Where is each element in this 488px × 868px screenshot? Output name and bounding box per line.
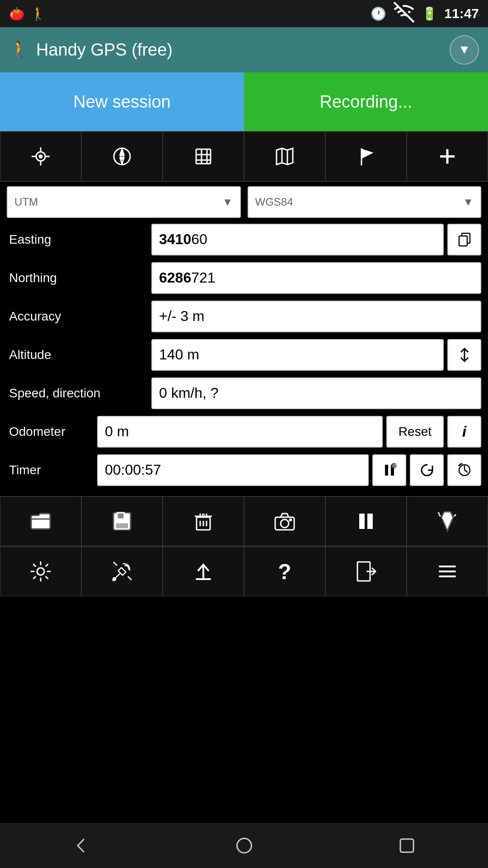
- icon-walk: 🚶: [30, 6, 46, 21]
- northing-value: 6286721: [151, 262, 481, 294]
- flag-button[interactable]: [325, 132, 407, 181]
- flashlight-button[interactable]: [407, 496, 488, 546]
- speed-direction-label: Speed, direction: [7, 386, 151, 401]
- easting-row: Easting 341060: [7, 222, 481, 256]
- svg-line-54: [113, 562, 117, 566]
- header-dropdown-button[interactable]: ▼: [450, 35, 479, 65]
- altitude-value: 140 m: [151, 339, 444, 371]
- coord-system-value: UTM: [14, 196, 38, 208]
- northing-bold-part: 6286: [159, 269, 191, 286]
- svg-line-55: [128, 576, 131, 580]
- easting-value: 341060: [151, 224, 444, 255]
- accuracy-row: Accuracy +/- 3 m: [7, 299, 481, 333]
- odometer-value: 0 m: [97, 416, 383, 448]
- grid-button[interactable]: [163, 132, 244, 181]
- save-button[interactable]: [81, 496, 163, 546]
- timer-label: Timer: [7, 463, 97, 477]
- datum-dropdown[interactable]: WGS84 ▼: [248, 186, 482, 218]
- copy-button[interactable]: [447, 224, 481, 255]
- timer-value: 00:00:57: [97, 454, 369, 486]
- nav-home-button[interactable]: [226, 827, 262, 863]
- add-button[interactable]: [407, 132, 488, 181]
- recording-button[interactable]: Recording...: [244, 72, 488, 131]
- altitude-label: Altitude: [7, 348, 151, 362]
- altitude-row: Altitude 140 m: [7, 338, 481, 372]
- exit-button[interactable]: [325, 547, 407, 596]
- new-session-button[interactable]: New session: [0, 72, 244, 131]
- svg-line-48: [439, 514, 441, 516]
- svg-point-51: [37, 568, 44, 575]
- svg-rect-22: [459, 236, 467, 246]
- svg-point-44: [290, 519, 291, 521]
- svg-line-49: [454, 514, 456, 516]
- battery-icon: 🔋: [422, 6, 437, 21]
- datum-value: WGS84: [255, 196, 293, 208]
- top-icon-toolbar: [0, 131, 488, 182]
- svg-point-56: [113, 578, 116, 580]
- svg-line-50: [438, 513, 440, 514]
- northing-label: Northing: [7, 271, 151, 285]
- svg-rect-32: [117, 513, 124, 519]
- nav-back-button[interactable]: [63, 827, 99, 863]
- app-header: 🚶 Handy GPS (free) ▼: [0, 27, 488, 72]
- status-bar: 🍅 🚶 🕐 🔋 11:47: [0, 0, 488, 27]
- svg-point-64: [237, 838, 251, 853]
- folder-button[interactable]: [0, 496, 81, 546]
- odometer-reset-button[interactable]: Reset: [386, 416, 444, 448]
- icon-tomato: 🍅: [9, 6, 25, 21]
- svg-point-7: [121, 155, 123, 158]
- svg-rect-46: [367, 514, 373, 529]
- clock-icon: 🕐: [371, 6, 386, 21]
- svg-rect-24: [385, 465, 388, 476]
- compass-button[interactable]: [81, 132, 163, 181]
- settings-button[interactable]: [0, 547, 81, 596]
- signal-icon: [393, 1, 415, 26]
- nav-bar: [0, 823, 488, 868]
- question-mark-icon: ?: [278, 559, 291, 584]
- odometer-label: Odometer: [7, 425, 97, 439]
- delete-button[interactable]: [163, 496, 244, 546]
- map-button[interactable]: [244, 132, 325, 181]
- svg-rect-33: [115, 523, 129, 529]
- chevron-down-icon: ▼: [458, 42, 471, 57]
- northing-row: Northing 6286721: [7, 261, 481, 295]
- camera-button[interactable]: [244, 496, 325, 546]
- timer-pause-button[interactable]: ⏱: [372, 454, 406, 486]
- nav-recent-button[interactable]: [389, 827, 425, 863]
- app-title: Handy GPS (free): [36, 40, 173, 60]
- menu-button[interactable]: [407, 547, 488, 596]
- coordinate-section: UTM ▼ WGS84 ▼ Easting 341060 Northing 62…: [0, 182, 488, 496]
- svg-rect-65: [400, 839, 413, 852]
- coord-dropdowns: UTM ▼ WGS84 ▼: [7, 186, 481, 218]
- bottom-toolbar-2: ?: [0, 546, 488, 596]
- svg-marker-18: [361, 149, 372, 158]
- svg-point-43: [281, 519, 289, 528]
- svg-marker-8: [120, 149, 124, 155]
- timer-row: Timer 00:00:57 ⏱: [7, 453, 481, 487]
- svg-marker-9: [120, 158, 124, 164]
- coord-system-arrow: ▼: [222, 196, 233, 208]
- help-button[interactable]: ?: [244, 547, 325, 596]
- timer-reset-button[interactable]: [410, 454, 444, 486]
- accuracy-value: +/- 3 m: [151, 301, 481, 332]
- svg-rect-10: [196, 149, 211, 164]
- northing-normal-part: 721: [191, 269, 215, 286]
- session-buttons-row: New session Recording...: [0, 72, 488, 131]
- altitude-action-button[interactable]: [447, 339, 481, 371]
- bottom-toolbar-1: [0, 496, 488, 546]
- timer-lap-button[interactable]: [447, 454, 481, 486]
- pause-record-button[interactable]: [325, 496, 407, 546]
- easting-bold-part: 3410: [159, 231, 191, 248]
- gps-target-button[interactable]: [0, 132, 81, 181]
- odometer-row: Odometer 0 m Reset i: [7, 415, 481, 448]
- easting-normal-part: 60: [191, 231, 207, 248]
- coord-system-dropdown[interactable]: UTM ▼: [7, 186, 241, 218]
- upload-button[interactable]: [163, 547, 244, 596]
- satellite-button[interactable]: [81, 547, 163, 596]
- speed-direction-value: 0 km/h, ?: [151, 377, 481, 409]
- svg-line-30: [465, 470, 468, 472]
- easting-label: Easting: [7, 232, 151, 247]
- datum-arrow: ▼: [463, 196, 474, 208]
- app-walk-icon: 🚶: [9, 40, 29, 59]
- odometer-info-button[interactable]: i: [447, 416, 481, 448]
